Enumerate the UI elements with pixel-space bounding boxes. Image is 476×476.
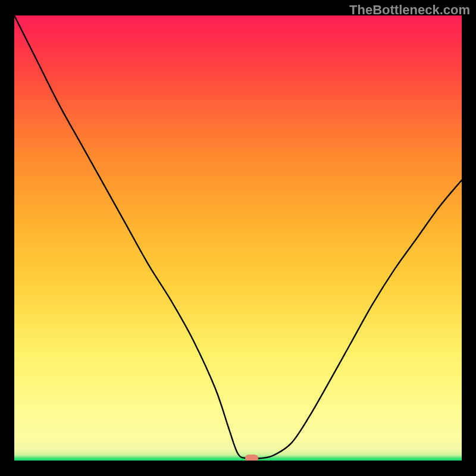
minimum-marker [245, 455, 258, 461]
chart-frame: TheBottleneck.com [0, 0, 476, 476]
plot-area [14, 15, 462, 461]
curve-path [14, 15, 462, 459]
bottleneck-curve [14, 15, 462, 461]
watermark-text: TheBottleneck.com [349, 2, 470, 18]
